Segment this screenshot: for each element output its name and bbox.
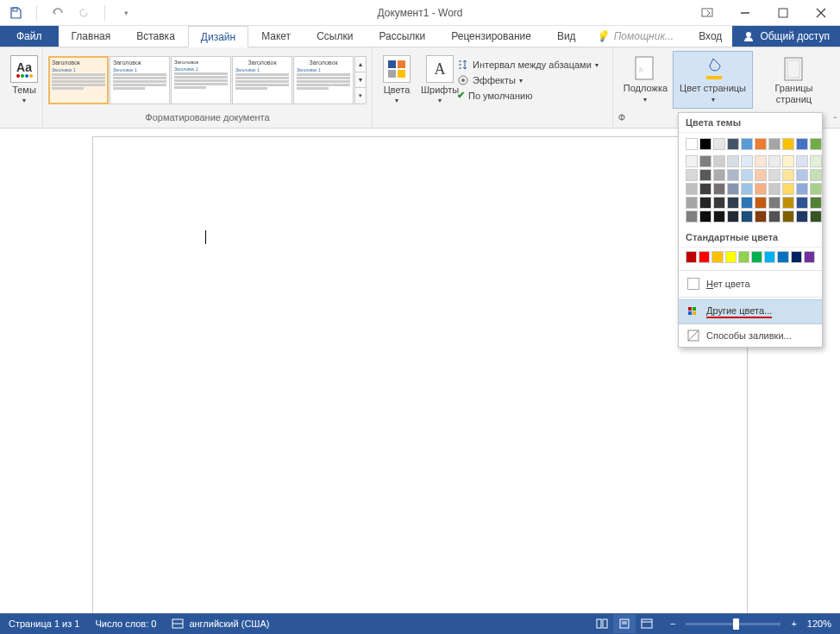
tab-view[interactable]: Вид xyxy=(544,26,589,47)
color-swatch[interactable] xyxy=(713,138,725,150)
color-swatch[interactable] xyxy=(810,197,822,209)
color-swatch[interactable] xyxy=(713,197,725,209)
color-swatch[interactable] xyxy=(755,197,767,209)
color-swatch[interactable] xyxy=(755,138,767,150)
tell-me-search[interactable]: 💡 Помощник... xyxy=(596,26,674,47)
style-tile[interactable]: ЗаголовокЗаголовок 1 xyxy=(232,56,292,104)
color-swatch[interactable] xyxy=(755,183,767,195)
color-swatch[interactable] xyxy=(796,138,808,150)
effects-button[interactable]: Эффекты ▾ xyxy=(457,74,599,86)
page-borders-button[interactable]: Границы страниц xyxy=(753,52,835,107)
style-gallery[interactable]: ЗаголовокЗаголовок 1 ЗаголовокЗаголовок … xyxy=(48,56,367,104)
ribbon-display-icon[interactable] xyxy=(688,1,726,25)
color-swatch[interactable] xyxy=(804,251,815,263)
zoom-level[interactable]: 120% xyxy=(807,618,831,629)
color-swatch[interactable] xyxy=(713,155,725,167)
gallery-more-icon[interactable]: ▾ xyxy=(355,88,366,103)
no-color-item[interactable]: Нет цвета xyxy=(679,273,822,295)
color-swatch[interactable] xyxy=(782,183,794,195)
tab-mailings[interactable]: Рассылки xyxy=(366,26,438,47)
style-tile[interactable]: ЗаголовокЗаголовок 1 xyxy=(110,56,170,104)
color-swatch[interactable] xyxy=(727,183,739,195)
color-swatch[interactable] xyxy=(751,251,762,263)
themes-button[interactable]: Aa Темы ▾ xyxy=(5,53,43,106)
color-swatch[interactable] xyxy=(782,210,794,223)
color-swatch[interactable] xyxy=(768,197,780,209)
color-swatch[interactable] xyxy=(727,155,739,167)
undo-icon[interactable] xyxy=(51,6,65,20)
collapse-ribbon-icon[interactable]: ˆ xyxy=(834,116,837,126)
colors-button[interactable]: Цвета ▾ xyxy=(378,52,416,108)
color-swatch[interactable] xyxy=(782,169,794,181)
close-button[interactable] xyxy=(802,1,840,25)
color-swatch[interactable] xyxy=(699,169,711,181)
color-swatch[interactable] xyxy=(741,169,753,181)
color-swatch[interactable] xyxy=(796,183,808,195)
watermark-button[interactable]: A Подложка▾ xyxy=(618,52,673,108)
tab-layout[interactable]: Макет xyxy=(248,26,304,47)
tab-home[interactable]: Главная xyxy=(59,26,124,47)
color-swatch[interactable] xyxy=(727,138,739,150)
tab-insert[interactable]: Вставка xyxy=(123,26,188,47)
web-layout-button[interactable] xyxy=(636,614,658,633)
color-swatch[interactable] xyxy=(791,251,802,263)
color-swatch[interactable] xyxy=(699,197,711,209)
color-swatch[interactable] xyxy=(741,183,753,195)
color-swatch[interactable] xyxy=(727,210,739,223)
gallery-down-icon[interactable]: ▼ xyxy=(355,72,366,88)
color-swatch[interactable] xyxy=(741,210,753,223)
set-default-button[interactable]: ✔ По умолчанию xyxy=(457,90,599,101)
color-swatch[interactable] xyxy=(699,183,711,195)
color-swatch[interactable] xyxy=(755,210,767,223)
qat-customize-icon[interactable]: ▾ xyxy=(119,6,133,20)
sign-in-button[interactable]: Вход xyxy=(688,26,732,47)
color-swatch[interactable] xyxy=(782,138,794,150)
color-swatch[interactable] xyxy=(768,210,780,223)
color-swatch[interactable] xyxy=(810,155,822,167)
status-page[interactable]: Страница 1 из 1 xyxy=(9,618,79,629)
color-swatch[interactable] xyxy=(810,138,822,150)
color-swatch[interactable] xyxy=(741,155,753,167)
color-swatch[interactable] xyxy=(699,251,710,263)
color-swatch[interactable] xyxy=(686,197,698,209)
more-colors-item[interactable]: Другие цвета... xyxy=(679,299,822,324)
color-swatch[interactable] xyxy=(764,251,775,263)
color-swatch[interactable] xyxy=(686,155,698,167)
tab-design[interactable]: Дизайн xyxy=(188,26,248,47)
tab-references[interactable]: Ссылки xyxy=(304,26,366,47)
color-swatch[interactable] xyxy=(810,210,822,223)
page[interactable] xyxy=(92,136,748,634)
color-swatch[interactable] xyxy=(686,210,698,223)
color-swatch[interactable] xyxy=(768,138,780,150)
style-tile[interactable]: ЗаголовокЗаголовок 1 xyxy=(48,56,109,104)
paragraph-spacing-button[interactable]: Интервал между абзацами ▾ xyxy=(457,59,599,71)
color-swatch[interactable] xyxy=(796,155,808,167)
page-color-button[interactable]: Цвет страницы ▾ xyxy=(673,51,753,109)
color-swatch[interactable] xyxy=(741,197,753,209)
read-mode-button[interactable] xyxy=(591,614,613,633)
status-word-count[interactable]: Число слов: 0 xyxy=(95,618,156,629)
color-swatch[interactable] xyxy=(768,183,780,195)
status-language[interactable]: английский (США) xyxy=(172,618,269,629)
color-swatch[interactable] xyxy=(713,210,725,223)
color-swatch[interactable] xyxy=(699,210,711,223)
style-tile[interactable]: ЗаголовокЗаголовок 1 xyxy=(171,56,231,104)
color-swatch[interactable] xyxy=(768,155,780,167)
color-swatch[interactable] xyxy=(711,251,723,263)
color-swatch[interactable] xyxy=(727,169,739,181)
color-swatch[interactable] xyxy=(738,251,749,263)
color-swatch[interactable] xyxy=(768,169,780,181)
print-layout-button[interactable] xyxy=(613,614,636,633)
color-swatch[interactable] xyxy=(777,251,788,263)
maximize-button[interactable] xyxy=(764,1,802,25)
minimize-button[interactable] xyxy=(726,1,764,25)
color-swatch[interactable] xyxy=(796,169,808,181)
zoom-in-button[interactable]: + xyxy=(787,618,799,629)
tab-file[interactable]: Файл xyxy=(0,26,59,47)
color-swatch[interactable] xyxy=(727,197,739,209)
share-button[interactable]: Общий доступ xyxy=(732,26,840,47)
color-swatch[interactable] xyxy=(796,197,808,209)
color-swatch[interactable] xyxy=(713,169,725,181)
color-swatch[interactable] xyxy=(741,138,753,150)
gallery-up-icon[interactable]: ▲ xyxy=(355,57,366,72)
